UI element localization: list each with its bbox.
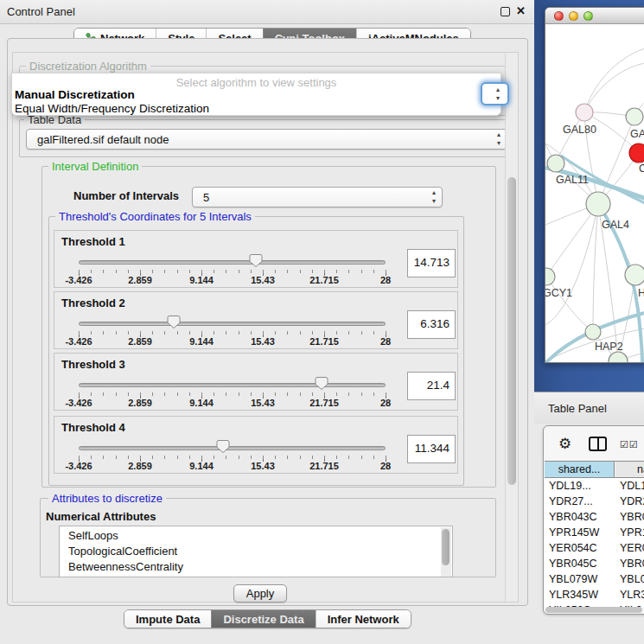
tab-impute-data-label: Impute Data [136, 613, 200, 626]
node-label-hap2: HAP2 [595, 341, 623, 353]
popup-item-manual-discretization[interactable]: Manual Discretization [15, 88, 135, 101]
app-root: Control Panel ✕ Network Style Select Cyn… [0, 0, 644, 644]
threshold-2-slider-track[interactable] [79, 322, 386, 326]
threshold-2-value-field[interactable]: 6.316 [407, 310, 456, 339]
node-gal80[interactable] [576, 104, 593, 121]
node-hap2[interactable] [585, 324, 601, 340]
algorithm-prompt: Select algorithm to view settings [12, 76, 501, 89]
threshold-3-slider-handle[interactable] [315, 376, 328, 391]
algorithm-combobox-focused[interactable]: ▴▾ [481, 82, 509, 105]
threshold-1-value-field[interactable]: 14.713 [407, 249, 456, 277]
node-label-gcy1: GCY1 [545, 287, 572, 299]
gear-icon[interactable]: ⚙ [558, 435, 571, 453]
content-scrollbar[interactable] [505, 53, 518, 602]
threshold-4-panel: Threshold 4 -3.426 2.859 9.144 15.43 21.… [54, 416, 458, 474]
select-columns-checkboxes-icon[interactable]: ☑☑ [620, 439, 639, 450]
threshold-1-slider-track[interactable] [79, 260, 386, 265]
list-item-topologicalcoefficient[interactable]: TopologicalCoefficient [68, 545, 177, 560]
columns-icon[interactable] [589, 437, 607, 451]
table-row[interactable]: YDR27...YDR2 [545, 494, 644, 509]
discretization-algorithm-group-title: Discretization Algorithm [26, 60, 150, 73]
column-header-name[interactable]: na [615, 462, 644, 477]
threshold-2-panel: Threshold 2 -3.426 2.859 9.144 15.43 21.… [54, 291, 458, 349]
threshold-4-value-field[interactable]: 11.344 [407, 435, 456, 463]
table-panel-title: Table Panel [548, 402, 607, 415]
threshold-4-slider-track[interactable] [79, 446, 386, 450]
slider-tick-labels: -3.426 2.859 9.144 15.43 21.715 28 [79, 461, 386, 472]
slider-tick-labels: -3.426 2.859 9.144 15.43 21.715 28 [79, 398, 386, 409]
num-intervals-label: Number of Intervals [73, 189, 179, 202]
table-row[interactable]: YBR043CYBR0 [545, 509, 644, 525]
network-canvas[interactable]: GAL80 GA C GAL11 GAL4 GCY1 H HAP2 [545, 24, 644, 363]
slider-minor-ticks [79, 392, 386, 396]
list-item-betweennesscentrality[interactable]: BetweennessCentrality [68, 560, 183, 576]
threshold-2-slider-handle[interactable] [167, 315, 181, 329]
threshold-3-value-field[interactable]: 21.4 [407, 372, 456, 400]
tab-impute-data[interactable]: Impute Data [124, 610, 211, 628]
close-icon[interactable]: ✕ [516, 4, 526, 17]
float-icon[interactable] [501, 7, 510, 16]
list-item-selfloops[interactable]: SelfLoops [68, 529, 118, 545]
numerical-attributes-list: SelfLoops TopologicalCoefficient Between… [59, 526, 453, 577]
combo-spinner-icon: ▴▾ [497, 131, 501, 148]
threshold-4-slider-handle[interactable] [216, 439, 230, 454]
table-rows: YDL19...YDL1 YDR27...YDR2 YBR043CYBR0 YP… [545, 478, 644, 607]
column-header-shared-name[interactable]: shared... [545, 462, 615, 477]
table-data-combobox[interactable]: galFiltered.sif default node ▴▾ [26, 129, 507, 150]
slider-minor-ticks [79, 331, 386, 335]
table-row[interactable]: YBR045CYBR0 [545, 556, 644, 571]
slider-minor-ticks [79, 456, 386, 459]
slider-tick-labels: -3.426 2.859 9.144 15.43 21.715 28 [79, 275, 386, 286]
network-view-window: GAL80 GA C GAL11 GAL4 GCY1 H HAP2 [545, 7, 644, 363]
node-label-gal80: GAL80 [563, 124, 596, 136]
list-scrollbar[interactable] [441, 527, 451, 577]
mac-close-button[interactable] [554, 11, 564, 21]
node-label-gal4: GAL4 [602, 219, 629, 231]
table-row[interactable]: YDL19...YDL1 [545, 478, 644, 494]
mac-minimize-button[interactable] [569, 11, 578, 21]
table-row[interactable]: YLR345WYLR3 [545, 587, 644, 603]
attributes-group-title: Attributes to discretize [48, 492, 166, 505]
network-window-titlebar [545, 8, 644, 24]
node-ga[interactable] [626, 108, 643, 125]
tab-infer-network[interactable]: Infer Network [316, 610, 411, 628]
node-label-gal11: GAL11 [556, 174, 589, 186]
popup-item-equal-width[interactable]: Equal Width/Frequency Discretization [15, 102, 209, 115]
node-gal4[interactable] [586, 192, 610, 216]
slider-minor-ticks [79, 270, 386, 273]
table-panel-titlebar: Table Panel [534, 392, 644, 424]
mac-zoom-button[interactable] [583, 11, 593, 21]
table-horizontal-scrollbar[interactable] [545, 607, 642, 613]
panel-title: Control Panel [7, 5, 75, 18]
node-label-h: H [638, 287, 644, 299]
threshold-3-panel: Threshold 3 -3.426 2.859 9.144 15.43 21.… [54, 353, 458, 411]
node-h[interactable] [625, 265, 644, 285]
threshold-3-label: Threshold 3 [61, 358, 125, 371]
tab-discretize-data-label: Discretize Data [223, 613, 303, 626]
num-intervals-combobox[interactable]: 5 ▴▾ [192, 187, 443, 207]
tab-infer-network-label: Infer Network [328, 613, 399, 626]
tab-discretize-data[interactable]: Discretize Data [211, 610, 315, 628]
node-label-ga: GA [630, 128, 644, 140]
apply-button[interactable]: Apply [233, 584, 287, 603]
algorithm-dropdown-popup: Select algorithm to view settings Manual… [11, 73, 501, 116]
threshold-1-label: Threshold 1 [61, 235, 125, 248]
content-scrollbar-thumb[interactable] [507, 177, 516, 485]
threshold-1-slider-handle[interactable] [249, 253, 263, 268]
threshold-3-slider-track[interactable] [79, 383, 386, 387]
num-intervals-value: 5 [203, 191, 209, 204]
table-row[interactable]: YPR145WYPR1 [545, 525, 644, 540]
combo-spinner-icon: ▴▾ [496, 86, 500, 103]
threshold-2-label: Threshold 2 [61, 296, 125, 309]
node-selected-red[interactable] [629, 143, 644, 163]
numerical-attributes-label: Numerical Attributes [43, 510, 158, 523]
combo-spinner-icon: ▴▾ [432, 188, 436, 206]
control-panel-titlebar: Control Panel ✕ [0, 0, 534, 24]
table-row[interactable]: YBL079WYBL0 [545, 571, 644, 587]
table-row[interactable]: YER054CYER0 [545, 540, 644, 556]
node-gal11[interactable] [547, 155, 564, 172]
threshold-1-panel: Threshold 1 -3.426 2.859 9.144 15.43 21.… [54, 230, 458, 288]
cyni-bottom-tabs: Impute Data Discretize Data Infer Networ… [124, 609, 411, 628]
node-gcy1[interactable] [545, 268, 555, 285]
slider-tick-labels: -3.426 2.859 9.144 15.43 21.715 28 [79, 336, 386, 348]
